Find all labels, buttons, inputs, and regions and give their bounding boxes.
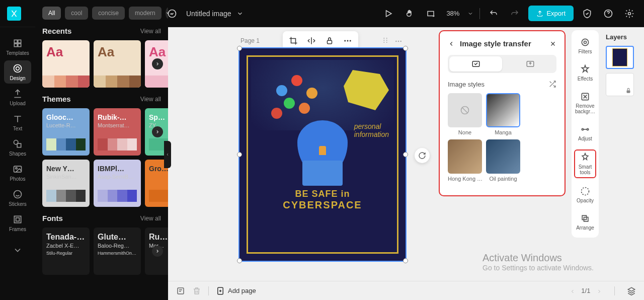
undo-button[interactable] bbox=[486, 6, 501, 21]
page-grip-icon[interactable] bbox=[381, 36, 389, 44]
shuffle-icon[interactable] bbox=[548, 80, 556, 88]
hand-tool-button[interactable] bbox=[402, 6, 417, 21]
filter-all[interactable]: All bbox=[42, 7, 61, 20]
resize-handle[interactable] bbox=[403, 46, 408, 51]
style-tab-upload[interactable] bbox=[504, 55, 556, 73]
delete-icon[interactable] bbox=[192, 286, 201, 295]
nav-text[interactable]: Text bbox=[4, 111, 31, 134]
rail-filters[interactable]: Filters bbox=[574, 35, 596, 56]
nav-upload[interactable]: Upload bbox=[4, 86, 31, 109]
svg-rect-5 bbox=[14, 40, 17, 43]
themes-viewall[interactable]: View all bbox=[140, 96, 161, 103]
svg-point-19 bbox=[386, 38, 387, 39]
page-more-icon[interactable] bbox=[394, 37, 403, 45]
filter-scroll-icon[interactable] bbox=[166, 8, 168, 19]
zoom-chevron-icon[interactable] bbox=[467, 11, 473, 17]
themes-title: Themes bbox=[42, 95, 71, 103]
filter-concise[interactable]: concise bbox=[92, 7, 125, 20]
svg-point-18 bbox=[383, 38, 384, 39]
theme-card[interactable]: IBMPl…Asap-SemiB… bbox=[94, 160, 141, 207]
svg-point-0 bbox=[169, 10, 176, 17]
redo-button[interactable] bbox=[507, 6, 522, 21]
doc-title[interactable]: Untitled image bbox=[186, 10, 231, 18]
theme-card[interactable]: Glooc…Lucette-R… bbox=[42, 108, 90, 156]
filter-modern[interactable]: modern bbox=[129, 7, 162, 20]
themes-next-icon[interactable] bbox=[152, 126, 163, 137]
style-tabs bbox=[448, 55, 556, 73]
lock-icon[interactable] bbox=[325, 36, 334, 45]
flip-icon[interactable] bbox=[307, 36, 316, 45]
zoom-level[interactable]: 38% bbox=[446, 10, 459, 17]
rail-adjust[interactable]: Adjust bbox=[574, 122, 596, 143]
more-icon[interactable] bbox=[343, 36, 352, 45]
theme-card[interactable]: New Y…SinkinSan… bbox=[42, 160, 90, 207]
resize-handle[interactable] bbox=[237, 46, 242, 51]
rail-arrange[interactable]: Arrange bbox=[574, 211, 596, 233]
svg-point-29 bbox=[347, 40, 349, 42]
title-chevron-icon[interactable] bbox=[236, 10, 244, 17]
fit-button[interactable] bbox=[423, 6, 438, 21]
nav-more[interactable] bbox=[4, 239, 31, 262]
fonts-viewall[interactable]: View all bbox=[140, 215, 161, 222]
layer-thumb[interactable] bbox=[606, 46, 634, 69]
filter-cool[interactable]: cool bbox=[65, 7, 88, 20]
font-card[interactable]: Glute…Baloo-Reg…HammersmithOn… bbox=[94, 228, 141, 275]
recent-card[interactable]: Aa bbox=[94, 40, 141, 88]
panel-collapse-button[interactable] bbox=[164, 141, 171, 168]
nav-design[interactable]: Design bbox=[4, 60, 31, 84]
font-card[interactable]: Tenada-…Zacbel X-E…Stilu-Regular bbox=[42, 228, 90, 275]
resize-handle[interactable] bbox=[403, 258, 408, 263]
shield-check-icon[interactable] bbox=[580, 6, 595, 21]
layer-thumb[interactable] bbox=[606, 73, 634, 96]
svg-point-28 bbox=[344, 40, 346, 42]
recent-card[interactable]: Aa bbox=[42, 40, 90, 88]
lock-icon bbox=[625, 87, 632, 94]
recents-viewall[interactable]: View all bbox=[140, 28, 161, 35]
resize-handle[interactable] bbox=[237, 258, 242, 263]
crop-icon[interactable] bbox=[289, 36, 298, 45]
left-nav: Templates Design Upload Text Shapes Phot… bbox=[0, 27, 35, 300]
layers-toggle-icon[interactable] bbox=[627, 286, 636, 295]
rail-effects[interactable]: Effects bbox=[574, 62, 596, 84]
artboard[interactable]: personal information BE SAFE in CYBERSPA… bbox=[238, 47, 407, 262]
svg-point-38 bbox=[587, 128, 588, 130]
bottom-bar: Add page 1/1 bbox=[168, 281, 644, 300]
theme-card[interactable]: Rubik-…Montserrat… bbox=[94, 108, 141, 156]
rail-smarttools[interactable]: Smart tools bbox=[574, 149, 596, 178]
nav-stickers[interactable]: Stickers bbox=[4, 186, 31, 209]
notes-icon[interactable] bbox=[176, 286, 185, 295]
resize-handle[interactable] bbox=[237, 152, 242, 157]
back-icon[interactable] bbox=[448, 40, 455, 47]
nav-frames[interactable]: Frames bbox=[4, 211, 31, 235]
close-icon[interactable] bbox=[549, 40, 556, 47]
svg-point-24 bbox=[395, 41, 397, 42]
style-option[interactable]: Hong Kong … bbox=[448, 139, 482, 182]
play-button[interactable] bbox=[381, 6, 396, 21]
nav-templates[interactable]: Templates bbox=[4, 35, 31, 58]
image-icon[interactable] bbox=[167, 9, 177, 19]
svg-point-14 bbox=[16, 167, 17, 169]
export-button[interactable]: Export bbox=[528, 6, 574, 21]
svg-point-15 bbox=[14, 190, 22, 198]
style-option[interactable]: Oil painting bbox=[486, 139, 520, 182]
fonts-next-icon[interactable] bbox=[152, 246, 163, 257]
style-option[interactable]: Manga bbox=[486, 93, 520, 135]
export-label: Export bbox=[546, 10, 566, 17]
nav-photos[interactable]: Photos bbox=[4, 161, 31, 184]
canvas-area[interactable]: Page 1 personal information bbox=[168, 27, 644, 281]
settings-icon[interactable] bbox=[622, 6, 637, 21]
style-option[interactable]: None bbox=[448, 93, 482, 135]
resize-handle[interactable] bbox=[403, 152, 408, 157]
app-logo[interactable] bbox=[7, 7, 21, 21]
rotate-button[interactable] bbox=[415, 148, 430, 163]
style-tab-image[interactable] bbox=[449, 56, 502, 71]
svg-rect-2 bbox=[428, 11, 434, 16]
prev-page-icon[interactable] bbox=[570, 288, 576, 294]
rail-opacity[interactable]: Opacity bbox=[574, 184, 596, 205]
help-icon[interactable] bbox=[601, 6, 616, 21]
nav-shapes[interactable]: Shapes bbox=[4, 136, 31, 159]
add-page-button[interactable]: Add page bbox=[216, 286, 256, 295]
rail-removebackgr[interactable]: Remove backgr… bbox=[574, 90, 596, 116]
next-page-icon[interactable] bbox=[596, 288, 602, 294]
recents-next-icon[interactable] bbox=[152, 58, 163, 69]
